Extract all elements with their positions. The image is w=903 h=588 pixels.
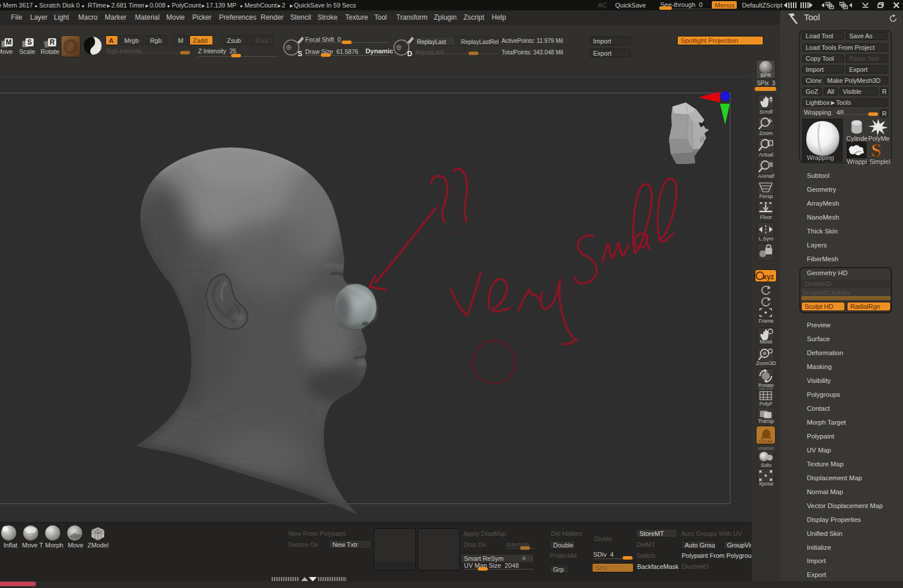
svg-text:xyz: xyz xyxy=(763,273,774,281)
svg-text:Ghost: Ghost xyxy=(759,439,773,444)
svg-text:S: S xyxy=(871,141,882,159)
svg-text:D: D xyxy=(407,50,412,58)
svg-text:Y: Y xyxy=(762,289,766,294)
svg-text:BPR: BPR xyxy=(761,72,772,78)
svg-text:Z: Z xyxy=(762,301,765,306)
svg-text:S: S xyxy=(298,50,302,58)
